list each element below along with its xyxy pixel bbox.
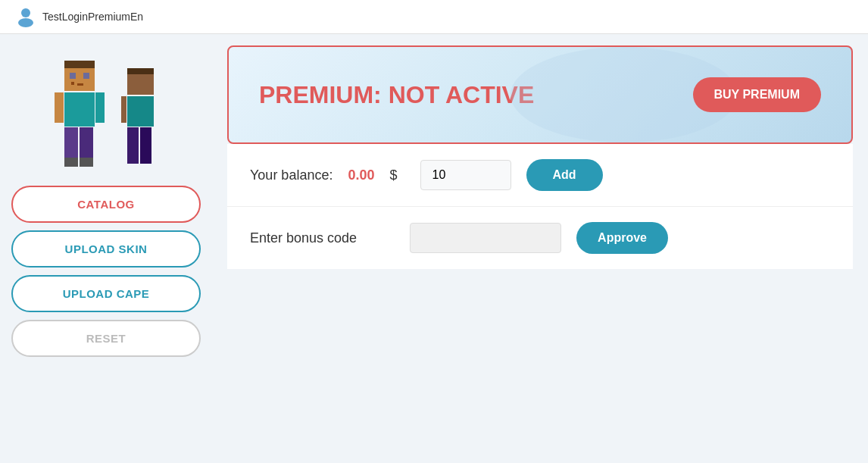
svg-rect-18: [121, 96, 126, 123]
svg-point-0: [21, 8, 30, 17]
sidebar: CATALOG UPLOAD SKIN UPLOAD CAPE RESET: [0, 34, 212, 463]
svg-rect-10: [95, 92, 105, 123]
bonus-input[interactable]: [410, 223, 561, 253]
svg-rect-3: [64, 61, 95, 68]
minecraft-character-front: [53, 61, 106, 167]
svg-point-1: [18, 18, 33, 27]
balance-label: Your balance:: [250, 167, 333, 183]
catalog-button[interactable]: CATALOG: [11, 186, 201, 223]
upload-skin-button[interactable]: UPLOAD SKIN: [11, 230, 201, 267]
bonus-section: Enter bonus code Approve: [227, 207, 853, 269]
svg-rect-19: [127, 127, 139, 164]
balance-input[interactable]: [420, 160, 511, 190]
premium-prefix: PREMIUM:: [259, 81, 389, 108]
minecraft-character-side: [121, 68, 159, 167]
buy-premium-button[interactable]: BUY PREMIUM: [693, 77, 822, 112]
premium-status: NOT ACTIVE: [389, 81, 535, 108]
svg-rect-13: [64, 158, 78, 167]
balance-section: Your balance: 0.00 $ Add: [227, 144, 853, 207]
svg-rect-5: [83, 73, 89, 79]
username: TestLoginPremiumEn: [42, 11, 143, 23]
svg-rect-7: [77, 83, 83, 86]
premium-banner: PREMIUM: NOT ACTIVE BUY PREMIUM: [227, 45, 853, 144]
user-icon: [15, 6, 36, 27]
premium-title: PREMIUM: NOT ACTIVE: [259, 81, 534, 109]
svg-rect-4: [70, 73, 76, 79]
nav-buttons: CATALOG UPLOAD SKIN UPLOAD CAPE RESET: [11, 182, 201, 357]
svg-rect-6: [71, 82, 74, 85]
add-balance-button[interactable]: Add: [526, 159, 603, 191]
svg-rect-8: [64, 92, 95, 127]
bonus-label: Enter bonus code: [250, 230, 357, 246]
approve-button[interactable]: Approve: [576, 222, 668, 254]
character-preview-area: [11, 45, 201, 182]
svg-rect-20: [140, 127, 151, 164]
svg-rect-16: [127, 68, 154, 74]
user-info: TestLoginPremiumEn: [15, 6, 143, 27]
upload-cape-button[interactable]: UPLOAD CAPE: [11, 275, 201, 312]
svg-rect-14: [80, 158, 93, 167]
main-layout: CATALOG UPLOAD SKIN UPLOAD CAPE RESET PR…: [0, 34, 868, 463]
content-area: PREMIUM: NOT ACTIVE BUY PREMIUM Your bal…: [212, 34, 868, 463]
reset-button[interactable]: RESET: [11, 320, 201, 357]
balance-amount: 0.00: [348, 167, 374, 183]
svg-rect-17: [127, 96, 154, 127]
header: TestLoginPremiumEn: [0, 0, 868, 34]
balance-currency: $: [389, 167, 397, 183]
svg-rect-9: [55, 92, 64, 123]
